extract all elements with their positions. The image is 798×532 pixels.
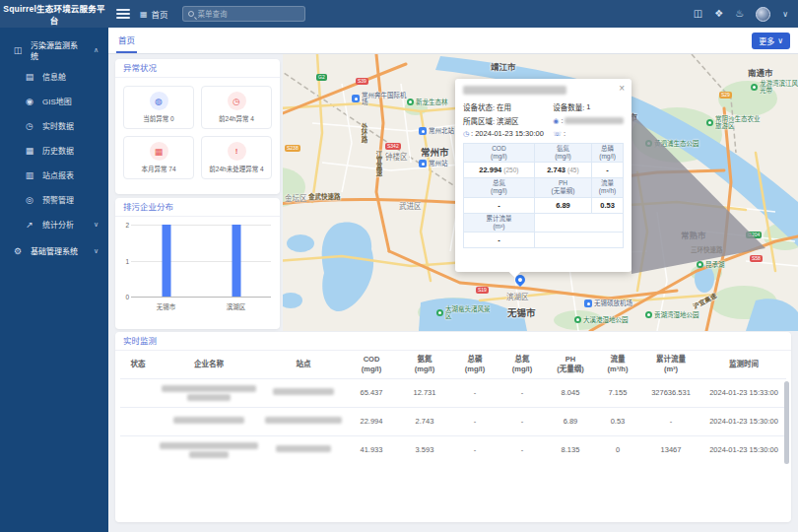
metric-unit: (m³/h) [599, 187, 616, 194]
sidebar-item-alert-management[interactable]: ◎ 预警管理 [0, 187, 108, 212]
sidebar: ◫ 污染源监测系统 ∧ ▤ 信息舱 ◉ GIS地图 ◷ 实时数据 ▦ 历史数据 … [0, 28, 108, 532]
theme-icon[interactable]: ◫ [694, 9, 702, 19]
metric-value: 0.53 [600, 201, 615, 210]
caret-down-icon: ∨ [94, 247, 99, 255]
metric-unit: (mg/l) [599, 153, 616, 160]
table-row[interactable]: 65.43712.731 -- 8.0457.155 327636.531202… [120, 378, 786, 407]
layout-icon[interactable]: ❖ [714, 9, 723, 19]
col-total-flow: 累计流量 [656, 355, 686, 364]
col-status: 状态 [131, 360, 146, 368]
y-tick: 2 [121, 222, 129, 229]
table-row[interactable]: 22.9942.743 -- 6.890.53 -2024-01-23 15:3… [120, 407, 786, 435]
metric-unit: (m³) [493, 223, 504, 230]
map-label-district: 金坛区 [285, 192, 307, 203]
gis-map[interactable]: 靖江市 南通市 张家港市 常州市 无锡市 常熟市 钟楼区 武进区 金坛区 滨湖区… [283, 54, 798, 331]
map-poi: 贡湖湾湿地公园 [654, 311, 699, 318]
park-icon [407, 99, 414, 105]
stat-label: 前24h未处理异常 4 [209, 164, 263, 173]
road-badge: S238 [285, 145, 300, 152]
table-row[interactable]: 41.9333.593 -- 8.1350 134672024-01-23 15… [120, 435, 786, 464]
more-label: 更多 [759, 35, 774, 46]
stat-current-abnormal[interactable]: ◍ 当前异常 0 [123, 86, 194, 129]
map-label-city: 常熟市 [681, 229, 706, 240]
table-scrollbar[interactable] [784, 381, 789, 464]
map-label-city: 无锡市 [507, 305, 536, 319]
exclamation-icon: ! [228, 142, 246, 161]
gis-map-icon: ◉ [25, 97, 34, 106]
panel-title: 实时监测 [115, 332, 791, 351]
metric-unit: (mg/l) [555, 153, 571, 160]
sidebar-item-statistics[interactable]: ↗ 统计分析 ∨ [0, 212, 108, 236]
flame-icon[interactable]: ♨ [735, 9, 744, 19]
gear-icon: ⚙ [13, 246, 23, 256]
company-name-redacted [463, 86, 566, 95]
lake-icon [697, 261, 703, 268]
phone-icon: ☏ [553, 130, 562, 138]
more-button[interactable]: 更多 ∨ [752, 33, 790, 49]
sidebar-group-basic-management[interactable]: ⚙ 基础管理系统 ∨ [0, 236, 108, 265]
map-poi: 龙游湾滨江风光带 [760, 80, 798, 95]
metric-value: - [498, 201, 500, 210]
metric-name: PH [559, 179, 567, 186]
col-time: 监测时间 [729, 360, 759, 368]
sidebar-group-label: 污染源监测系统 [31, 39, 86, 61]
col-tp: 总磷 [468, 355, 483, 364]
metric-name: 总磷 [601, 145, 614, 152]
col-enterprise: 企业名称 [194, 360, 224, 368]
col-flow: 流量 [611, 355, 626, 364]
info-cabin-icon: ▤ [25, 72, 34, 82]
stat-label: 当前异常 0 [143, 113, 173, 123]
breadcrumb[interactable]: ▦ 首页 [140, 8, 168, 20]
map-poi: 常阴沙生态农业旅游区 [715, 115, 765, 130]
x-tick: 滨湖区 [201, 301, 271, 311]
sidebar-item-gis-map[interactable]: ◉ GIS地图 [0, 89, 108, 113]
caret-up-icon: ∧ [94, 46, 99, 54]
stat-24h-abnormal[interactable]: ◷ 前24h异常 4 [201, 86, 272, 129]
report-icon: ▥ [25, 170, 34, 180]
chevron-down-icon[interactable]: ∨ [782, 10, 788, 19]
popup-time: 2024-01-23 15:30:00 [475, 129, 544, 138]
park-icon [645, 140, 652, 147]
airport-icon [352, 95, 360, 102]
search-icon [188, 11, 194, 17]
calendar-icon: ▦ [25, 146, 34, 156]
stat-month-abnormal[interactable]: ▦ 本月异常 74 [123, 136, 194, 179]
col-tn: 总氮 [515, 355, 530, 364]
calendar-icon: ▦ [150, 142, 168, 161]
metric-value: 2.743 [547, 166, 565, 174]
device-count-label: 设备数量: [553, 101, 584, 112]
stat-label: 前24h异常 4 [219, 113, 254, 123]
road-badge: S342 [385, 143, 401, 150]
region-value: 滨湖区 [497, 115, 519, 126]
tab-home[interactable]: 首页 [116, 28, 137, 53]
sidebar-item-info-cabin[interactable]: ▤ 信息舱 [0, 64, 108, 89]
hamburger-menu-icon[interactable] [116, 9, 130, 19]
metric-unit: (mg/l) [491, 187, 507, 194]
search-input[interactable] [198, 10, 299, 19]
region-label: 所属区域: [463, 115, 495, 126]
sidebar-item-realtime-data[interactable]: ◷ 实时数据 [0, 113, 108, 138]
sidebar-item-label: 实时数据 [42, 120, 74, 131]
sidebar-item-label: 历史数据 [42, 145, 74, 156]
user-avatar[interactable] [756, 7, 770, 22]
road-badge: S19 [476, 287, 489, 294]
monitor-system-icon: ◫ [13, 45, 23, 55]
metric-name: COD [492, 145, 505, 152]
stat-24h-unhandled[interactable]: ! 前24h未处理异常 4 [201, 136, 272, 179]
map-label-city: 靖江市 [491, 60, 516, 72]
road-badge: G204 [746, 232, 762, 238]
map-poi: 大溪港湿地公园 [583, 316, 629, 323]
realtime-monitor-panel: 实时监测 状态 企业名称 站点 COD(mg/l) 氨氮(mg/l) 总磷(mg… [115, 332, 791, 522]
sidebar-group-pollution-monitoring[interactable]: ◫ 污染源监测系统 ∧ [0, 35, 108, 64]
map-poi: 常州北站 [429, 127, 454, 134]
menu-search[interactable] [182, 6, 305, 22]
sidebar-item-history-data[interactable]: ▦ 历史数据 [0, 138, 108, 163]
close-icon[interactable]: × [619, 83, 625, 94]
map-poi: 常州奔牛国际机场 [362, 92, 411, 106]
sidebar-item-site-report[interactable]: ▥ 站点报表 [0, 163, 108, 187]
metric-value: 22.994 [479, 166, 501, 174]
sidebar-item-label: 站点报表 [42, 169, 74, 180]
tab-strip: 首页 更多 ∨ [108, 28, 798, 54]
map-road-label: 金武快速路 [308, 191, 341, 201]
sidebar-item-label: 信息舱 [42, 71, 66, 82]
